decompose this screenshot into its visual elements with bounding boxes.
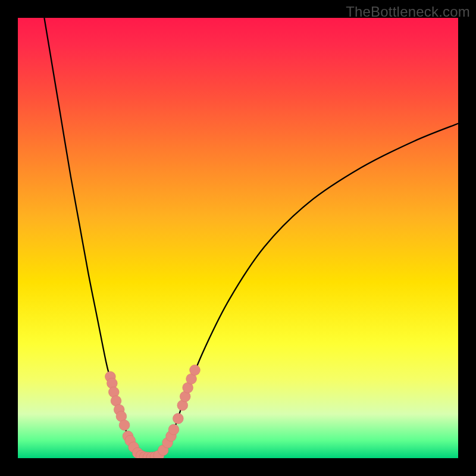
watermark-text: TheBottleneck.com — [346, 4, 470, 20]
data-marker — [119, 420, 130, 431]
data-marker — [168, 424, 179, 435]
chart-svg — [18, 18, 458, 458]
plot-area — [18, 18, 458, 458]
marker-group — [105, 365, 201, 458]
bottleneck-curve — [44, 18, 458, 458]
data-marker — [190, 365, 201, 375]
curve-group — [44, 18, 458, 458]
data-marker — [173, 414, 183, 424]
chart-frame: TheBottleneck.com — [0, 0, 476, 476]
